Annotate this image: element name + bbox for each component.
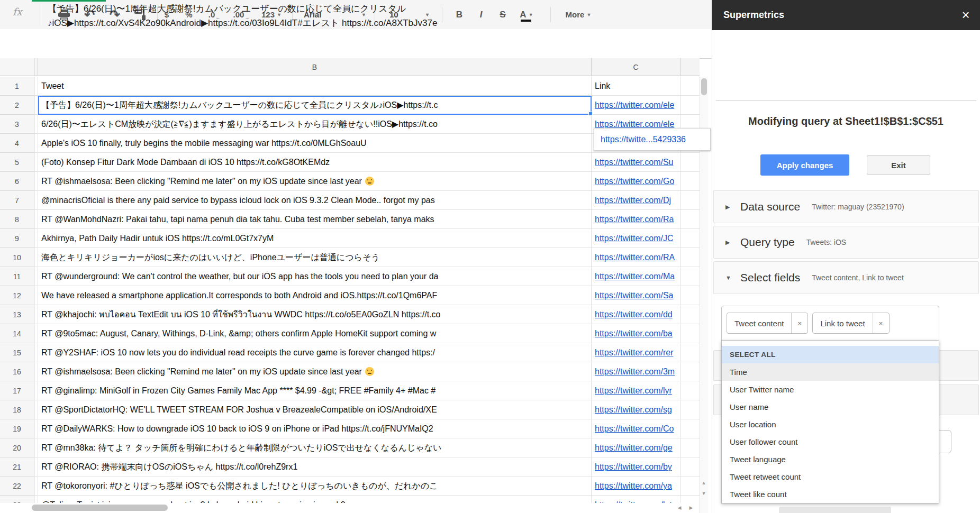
apply-changes-button[interactable]: Apply changes: [760, 154, 849, 176]
cell-a-sliver[interactable]: [34, 438, 38, 457]
cell-d[interactable]: [680, 191, 700, 210]
column-header-b[interactable]: B: [38, 58, 592, 76]
cell-a-sliver[interactable]: [34, 457, 38, 477]
cell-d[interactable]: [680, 153, 700, 172]
cell-a-sliver[interactable]: [34, 172, 38, 191]
link-cell[interactable]: https://twitter.com/ya: [592, 477, 680, 496]
link-cell[interactable]: https://twitter.com/Su: [592, 153, 680, 172]
cell-d[interactable]: [680, 381, 700, 400]
scroll-up-arrow-icon[interactable]: ▲: [700, 478, 708, 488]
cell-a-sliver[interactable]: [34, 477, 38, 496]
cell-a-sliver[interactable]: [34, 400, 38, 419]
cell-a-sliver[interactable]: [34, 229, 38, 248]
cell-a-sliver[interactable]: [34, 419, 38, 438]
row-header[interactable]: 22: [0, 477, 34, 496]
row-header[interactable]: 1: [0, 77, 34, 96]
cell-d[interactable]: [680, 96, 700, 115]
section-select-fields[interactable]: ▼ Select fields Tweet content, Link to t…: [713, 261, 979, 294]
cell-a-sliver[interactable]: [34, 248, 38, 267]
scroll-right-arrow-icon[interactable]: ▶: [687, 502, 695, 513]
link-tooltip[interactable]: https://twitte...5429336: [594, 128, 711, 151]
dropdown-option[interactable]: User follower count: [722, 433, 939, 451]
formula-bar[interactable]: [0, 29, 712, 59]
dropdown-option[interactable]: User Twitter name: [722, 381, 939, 398]
row-header[interactable]: 8: [0, 210, 34, 229]
link-cell[interactable]: https://twitter.com/Ra: [592, 210, 680, 229]
column-header-a[interactable]: [34, 58, 38, 76]
row-header[interactable]: 13: [0, 305, 34, 324]
row-header[interactable]: 12: [0, 286, 34, 305]
fill-handle[interactable]: [588, 112, 593, 116]
cell-a-sliver[interactable]: [34, 96, 38, 115]
cell-d[interactable]: [680, 248, 700, 267]
row-header[interactable]: 6: [0, 172, 34, 191]
cell-d[interactable]: [680, 267, 700, 286]
tweet-cell[interactable]: RT @ishmaelsosa: Been clicking "Remind m…: [38, 362, 592, 381]
tweet-cell[interactable]: Apple's iOS 10 finally, truly begins the…: [38, 134, 592, 153]
cell-a-sliver[interactable]: [34, 210, 38, 229]
remove-chip-button[interactable]: ×: [791, 313, 807, 333]
dropdown-option[interactable]: User location: [722, 416, 939, 433]
tweet-cell[interactable]: RT @wunderground: We can't control the w…: [38, 267, 592, 286]
cell-d[interactable]: [680, 362, 700, 381]
row-header[interactable]: 17: [0, 381, 34, 400]
link-cell[interactable]: https://twitter.com/RA: [592, 248, 680, 267]
cell-d[interactable]: [680, 419, 700, 438]
section-data-source[interactable]: ▶ Data source Twitter: maguay (23521970): [713, 190, 979, 223]
cell-d[interactable]: [680, 210, 700, 229]
tweet-cell[interactable]: RT @RIORAO: 携帯端末向けOSのiOSちゃん https://t.co…: [38, 457, 592, 477]
cell-a-sliver[interactable]: [34, 153, 38, 172]
column-header-d[interactable]: [680, 58, 700, 76]
cell-a-sliver[interactable]: [34, 343, 38, 362]
tweet-cell[interactable]: RT @khajochi: พบไอคอน TextEdit บน iOS 10…: [38, 305, 592, 324]
tweet-cell[interactable]: RT @mn38ka: 待てよ？ タッチ箇所を明確にわけると年齢制限がついたりi…: [38, 438, 592, 457]
cell-a-sliver[interactable]: [34, 191, 38, 210]
cell-d[interactable]: [680, 477, 700, 496]
tweet-cell[interactable]: @minacrisOficial is there any paid servi…: [38, 191, 592, 210]
row-header[interactable]: 4: [0, 134, 34, 153]
cell-a-sliver[interactable]: [34, 267, 38, 286]
tweet-cell[interactable]: RT @ginalimp: MiniGolf in Frozen City Ga…: [38, 381, 592, 400]
row-header[interactable]: 21: [0, 457, 34, 477]
row-header[interactable]: 7: [0, 191, 34, 210]
cell-a-sliver[interactable]: [34, 362, 38, 381]
tweet-cell[interactable]: RT @WanMohdNazri: Pakai tahu, tapi nama …: [38, 210, 592, 229]
horizontal-scrollbar-thumb[interactable]: [32, 505, 168, 511]
row-header[interactable]: 11: [0, 267, 34, 286]
row-header[interactable]: 20: [0, 438, 34, 457]
cell-d[interactable]: [680, 400, 700, 419]
cell-a-sliver[interactable]: [34, 286, 38, 305]
tweet-cell[interactable]: RT @ishmaelsosa: Been clicking "Remind m…: [38, 172, 592, 191]
row-header[interactable]: 19: [0, 419, 34, 438]
link-cell[interactable]: https://twitter.com/Ma: [592, 267, 680, 286]
cell-c[interactable]: Link: [592, 77, 680, 96]
scroll-left-arrow-icon[interactable]: ◀: [675, 502, 684, 513]
link-cell[interactable]: https://twitter.com/Go: [592, 172, 680, 191]
exit-button[interactable]: Exit: [867, 155, 930, 175]
link-cell[interactable]: https://twitter.com/JC: [592, 229, 680, 248]
dropdown-option[interactable]: Tweet language: [722, 451, 939, 468]
tweet-cell[interactable]: 【予告】6/26(日)〜1周年超大感謝祭!カムバックユーザーの数に応じて全員にク…: [38, 96, 592, 115]
scroll-down-arrow-icon[interactable]: ▼: [700, 488, 708, 499]
link-cell[interactable]: https://twitter.com/dd: [592, 305, 680, 324]
dropdown-option[interactable]: Time: [722, 363, 939, 381]
link-cell[interactable]: https://twitter.com/Dj: [592, 191, 680, 210]
cell-a-sliver[interactable]: [34, 134, 38, 153]
link-cell[interactable]: https://twitter.com/rer: [592, 343, 680, 362]
dropdown-option[interactable]: Tweet like count: [722, 485, 939, 503]
link-cell[interactable]: https://twitter.com/lyr: [592, 381, 680, 400]
tweet-cell[interactable]: We have released a smartphone applicatio…: [38, 286, 592, 305]
link-cell[interactable]: https://twitter.com/3m: [592, 362, 680, 381]
link-cell[interactable]: https://twitter.com/sg: [592, 400, 680, 419]
tweet-cell[interactable]: RT @9to5mac: August, Canary, Withings, D…: [38, 324, 592, 343]
remove-chip-button[interactable]: ×: [873, 313, 889, 333]
tweet-cell[interactable]: RT @SportDictatorHQ: WE'LL TWEET STREAM …: [38, 400, 592, 419]
link-cell[interactable]: https://twitter.com/by: [592, 457, 680, 477]
tweet-cell[interactable]: (Foto) Konsep Fitur Dark Mode Dambaan di…: [38, 153, 592, 172]
cell-d[interactable]: [680, 305, 700, 324]
cell-d[interactable]: [680, 229, 700, 248]
cell-d[interactable]: [680, 172, 700, 191]
link-cell[interactable]: https://twitter.com/ele: [592, 96, 680, 115]
link-cell[interactable]: https://twitter.com/Sa: [592, 286, 680, 305]
cell-a-sliver[interactable]: [34, 77, 38, 96]
